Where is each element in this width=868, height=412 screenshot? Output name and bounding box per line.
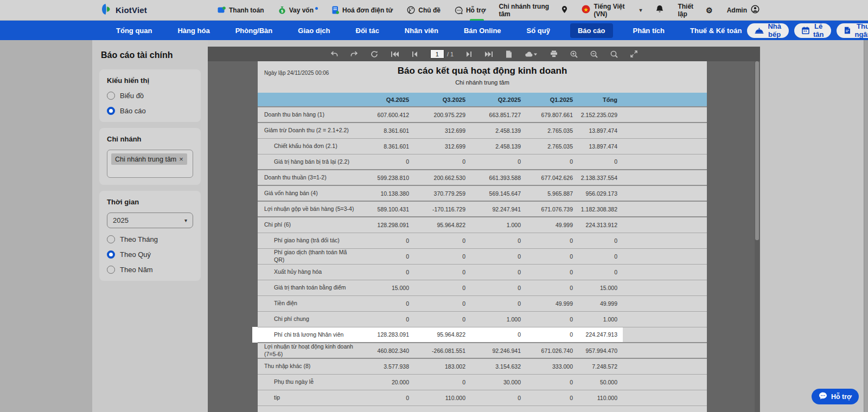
row-value: 0 [526, 374, 578, 390]
branch-input[interactable]: Chi nhánh trung tâm × [107, 150, 193, 178]
row-value: 183.002 [414, 358, 471, 374]
theme-icon [407, 6, 415, 14]
radio-icon[interactable] [107, 250, 115, 259]
row-value: 0 [414, 295, 471, 311]
nav-tab-nh-n-vi-n[interactable]: Nhân viên [399, 23, 444, 38]
search-icon[interactable] [610, 47, 618, 61]
support-float-button[interactable]: Hỗ trợ [812, 389, 859, 404]
row-value: 0 [526, 311, 578, 327]
download-icon[interactable] [525, 47, 538, 61]
first-page-icon[interactable] [391, 47, 399, 61]
row-label: Tiền điện [258, 295, 358, 311]
report-table-body: Doanh thu bán hàng (1)607.600.412200.975… [258, 107, 707, 405]
time-option-theo-qu-[interactable]: Theo Quý [107, 250, 193, 259]
last-page-icon[interactable] [484, 47, 493, 61]
radio-icon[interactable] [107, 235, 115, 243]
refresh-icon[interactable] [371, 47, 378, 61]
nav-tabs: Tổng quanHàng hóaPhòng/BànGiao dịchĐối t… [111, 23, 747, 38]
prev-page-icon[interactable] [412, 47, 418, 61]
print-icon[interactable] [550, 47, 558, 61]
window-scrollbar[interactable] [864, 40, 868, 412]
settings-button[interactable]: Thiết lập ⚙ [678, 3, 712, 18]
reception-button[interactable]: Lễ tân [794, 23, 832, 38]
row-value: 0 [526, 154, 578, 170]
row-value: 5.965.887 [526, 185, 578, 201]
row-filler [623, 358, 707, 374]
table-row: Giá vốn hàng bán (4)10.138.380370.779.25… [258, 185, 707, 201]
topbar-item-label: Chủ đề [418, 7, 441, 14]
time-option-theo-n-m[interactable]: Theo Năm [107, 266, 193, 274]
nav-tab-b-o-c-o[interactable]: Báo cáo [570, 23, 613, 38]
row-value: 0 [471, 154, 526, 170]
row-label: Phí giao dịch (thanh toán Mã QR) [258, 248, 358, 264]
row-value: 224.247.913 [578, 327, 623, 343]
row-value: 1.182.308.382 [578, 201, 623, 217]
notifications-button[interactable] [656, 5, 663, 15]
row-filler [623, 217, 707, 233]
page-number-input[interactable] [430, 49, 444, 59]
row-value: 460.802.340 [358, 343, 414, 358]
support-icon [455, 7, 463, 14]
viewer-scrollbar-thumb[interactable] [755, 61, 759, 240]
next-page-icon[interactable] [466, 47, 472, 61]
topbar-item-support[interactable]: Hỗ trợBeta [455, 7, 486, 14]
row-filler [623, 327, 707, 343]
display-option-b-o-c-o[interactable]: Báo cáo [107, 107, 193, 115]
viewer-scrollbar[interactable] [755, 61, 760, 412]
time-option-theo-th-ng[interactable]: Theo Tháng [107, 235, 193, 243]
nav-tab-h-ng-h-a[interactable]: Hàng hóa [172, 23, 215, 38]
admin-menu[interactable]: Admin [727, 5, 760, 15]
topbar-item-theme[interactable]: Chủ đề [407, 6, 441, 14]
cashier-button[interactable]: Thu ngân [837, 23, 868, 38]
table-row: Doanh thu thuần (3=1-2)599.238.810200.66… [258, 170, 707, 185]
nav-tab-thu-k-to-n[interactable]: Thuế & Kế toán [685, 23, 747, 38]
radio-icon[interactable] [107, 266, 115, 274]
nav-tab-ph-ng-b-n[interactable]: Phòng/Bàn [230, 23, 278, 38]
nav-tab-b-n-online[interactable]: Bán Online [458, 23, 507, 38]
row-label: Thu nhập khác (8) [258, 358, 358, 374]
zoom-in-icon[interactable] [570, 47, 578, 61]
topbar-item-loan[interactable]: $Vay vốn [278, 6, 318, 14]
nav-tab-s-qu-[interactable]: Sổ quỹ [521, 23, 556, 38]
remove-branch-icon[interactable]: × [179, 155, 183, 163]
row-value: 2.138.337.554 [578, 170, 623, 185]
branch-selector[interactable]: Chi nhánh trung tâm [499, 3, 567, 18]
nav-button-label: Nhà bếp [768, 22, 781, 38]
year-select[interactable]: 2025 ▾ [107, 213, 193, 228]
fullscreen-icon[interactable] [630, 47, 637, 61]
row-value: 0 [526, 280, 578, 295]
nav-tab--i-t-c[interactable]: Đối tác [350, 23, 385, 38]
row-value: 2.458.139 [471, 138, 526, 154]
language-selector[interactable]: ★ Tiếng Việt (VN) ▾ [582, 3, 642, 18]
topbar: KiotViet Thanh toán$Vay vốnHoá đơn điện … [0, 0, 868, 21]
topbar-right: Chi nhánh trung tâm ★ Tiếng Việt (VN) ▾ … [499, 3, 760, 18]
undo-icon[interactable] [330, 47, 338, 61]
gear-icon: ⚙ [706, 6, 713, 15]
display-type-title: Kiểu hiển thị [107, 76, 193, 85]
table-row: Giá trị thanh toán bằng điểm15.00000015.… [258, 280, 707, 295]
topbar-item-label: Hoá đơn điện tử [342, 7, 393, 14]
display-option-bi-u-[interactable]: Biểu đồ [107, 92, 193, 100]
kitchen-button[interactable]: Nhà bếp [747, 23, 789, 38]
table-row: Lợi nhuận gộp về bán hàng (5=3-4)589.100… [258, 201, 707, 217]
row-filler [623, 295, 707, 311]
table-row: Phí chi trả lương Nhân viên128.283.09195… [258, 327, 707, 343]
payment-icon [218, 7, 226, 14]
nav-tab-ph-n-t-ch[interactable]: Phân tích [628, 23, 671, 38]
redo-icon[interactable] [350, 47, 358, 61]
row-value: 3.154.632 [471, 358, 526, 374]
kiotviet-logo[interactable]: KiotViet [100, 3, 147, 17]
nav-tab-t-ng-quan[interactable]: Tổng quan [111, 23, 157, 38]
header-cell: Q2.2025 [471, 93, 526, 107]
radio-icon[interactable] [107, 107, 115, 115]
topbar-item-label: Hỗ trợ [466, 7, 486, 14]
topbar-item-invoice[interactable]: Hoá đơn điện tử [332, 6, 393, 14]
nav-tab-giao-d-ch[interactable]: Giao dịch [292, 23, 335, 38]
document-icon[interactable] [506, 47, 512, 61]
topbar-item-payment[interactable]: Thanh toán [218, 7, 264, 14]
zoom-out-icon[interactable] [590, 47, 598, 61]
left-gutter [0, 40, 92, 412]
row-filler [623, 248, 707, 264]
radio-icon[interactable] [107, 92, 115, 100]
row-value: 3.577.938 [358, 358, 414, 374]
